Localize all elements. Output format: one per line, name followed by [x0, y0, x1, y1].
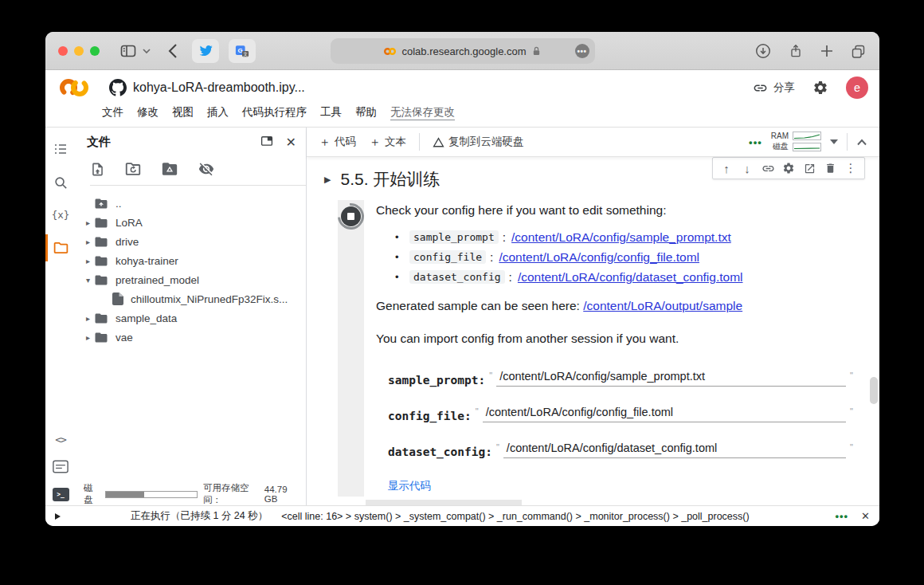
busy-ellipsis-icon[interactable]: ••• — [749, 136, 762, 148]
sidebar-toggle-icon[interactable] — [119, 41, 138, 61]
intro-text: Check your config here if you want to ed… — [376, 203, 857, 218]
cell-settings-gear-icon[interactable] — [778, 159, 799, 177]
page-settings-icon[interactable]: ••• — [575, 44, 589, 58]
hidden-files-icon[interactable] — [198, 161, 215, 180]
code-snippets-icon[interactable]: <> — [45, 429, 76, 450]
close-window-button[interactable] — [58, 46, 68, 56]
colab-header: kohya-LoRA-dreambooth.ipy... 分享 e — [45, 70, 879, 105]
svg-text:G: G — [238, 47, 243, 54]
tree-item-folder[interactable]: ▸ LoRA — [76, 213, 306, 232]
translate-icon: G 文 — [235, 44, 249, 58]
chevron-right-icon[interactable]: ▸ — [82, 314, 94, 323]
sample-output-link[interactable]: /content/LoRA/output/sample — [583, 299, 742, 312]
svg-text:文: 文 — [243, 51, 248, 56]
add-code-button[interactable]: ＋ 代码 — [319, 135, 356, 150]
resource-monitor[interactable]: RAM 磁盘 — [771, 132, 821, 152]
chevron-down-icon[interactable] — [141, 45, 152, 57]
zoom-window-button[interactable] — [90, 46, 100, 56]
tree-item-folder-open[interactable]: ▾ pretrained_model — [76, 270, 306, 289]
settings-gear-icon[interactable] — [812, 80, 828, 96]
menu-insert[interactable]: 插入 — [207, 105, 229, 120]
stop-cell-button[interactable] — [340, 206, 362, 227]
refresh-folder-icon[interactable] — [124, 161, 142, 180]
save-status[interactable]: 无法保存更改 — [390, 105, 455, 120]
browser-window: G 文 colab.research.google.com ••• — [45, 32, 879, 526]
minimize-window-button[interactable] — [74, 46, 84, 56]
expand-panel-icon[interactable] — [260, 135, 273, 150]
table-of-contents-icon[interactable] — [45, 139, 76, 159]
left-rail: {x} <> >_ — [45, 128, 76, 505]
copy-cell-link-icon[interactable] — [758, 159, 778, 177]
tree-item-folder[interactable]: ▸ drive — [76, 232, 306, 251]
upload-file-icon[interactable] — [90, 161, 105, 181]
show-code-link[interactable]: 显示代码 — [376, 479, 857, 493]
collapse-toolbar-icon[interactable] — [856, 139, 867, 146]
terminal-icon[interactable]: >_ — [45, 484, 76, 505]
tree-item-up[interactable]: .. — [76, 194, 306, 213]
more-actions-icon[interactable]: ⋮ — [840, 159, 861, 177]
files-icon[interactable] — [45, 238, 76, 258]
list-item: • sample_prompt : /content/LoRA/config/s… — [395, 227, 857, 247]
menu-view[interactable]: 视图 — [172, 105, 194, 120]
back-icon[interactable] — [165, 41, 182, 61]
list-item: • dataset_config : /content/LoRA/config/… — [395, 267, 857, 287]
mount-drive-icon[interactable] — [161, 161, 178, 180]
expand-output-icon[interactable] — [55, 513, 61, 520]
config-file-input[interactable]: /content/LoRA/config/config_file.toml — [483, 406, 846, 422]
tree-item-folder[interactable]: ▸ vae — [76, 328, 306, 347]
share-page-icon[interactable] — [788, 42, 804, 60]
command-palette-icon[interactable] — [45, 456, 76, 477]
folder-icon — [94, 312, 108, 324]
chevron-right-icon[interactable]: ▸ — [82, 238, 94, 246]
open-in-tab-icon[interactable] — [799, 159, 820, 177]
delete-cell-icon[interactable] — [820, 159, 840, 177]
address-bar[interactable]: colab.research.google.com ••• — [331, 38, 595, 64]
config-path-link[interactable]: /content/LoRA/config/dataset_config.toml — [518, 270, 743, 285]
tree-item-folder[interactable]: ▸ kohya-trainer — [76, 251, 306, 270]
notebook-scroll-area[interactable]: ↑ ↓ ⋮ ▶ — [307, 157, 879, 505]
chevron-right-icon[interactable]: ▸ — [82, 218, 94, 227]
tab-overview-icon[interactable] — [850, 43, 867, 60]
dropdown-arrow-icon[interactable] — [830, 139, 838, 144]
scrollbar-thumb[interactable] — [870, 377, 878, 404]
disk-free-value: 44.79 GB — [264, 485, 298, 504]
executing-status: 正在执行（已持续 1 分 24 秒） — [131, 509, 268, 523]
tree-item-folder[interactable]: ▸ sample_data — [76, 308, 306, 328]
share-button[interactable]: 分享 — [753, 80, 795, 96]
close-panel-icon[interactable]: ✕ — [286, 135, 296, 150]
menu-file[interactable]: 文件 — [102, 105, 123, 120]
section-collapse-icon[interactable]: ▶ — [324, 175, 331, 185]
open-quote: " — [476, 406, 479, 416]
move-cell-up-icon[interactable]: ↑ — [716, 159, 737, 177]
chevron-right-icon[interactable]: ▸ — [82, 257, 94, 265]
config-path-link[interactable]: /content/LoRA/config/config_file.toml — [499, 250, 699, 265]
config-path-link[interactable]: /content/LoRA/config/sample_prompt.txt — [511, 230, 731, 245]
downloads-icon[interactable] — [754, 42, 772, 60]
notebook-toolbar: ＋ 代码 ＋ 文本 复制到云端硬盘 ••• RAM 磁盘 — [307, 128, 879, 157]
menu-edit[interactable]: 修改 — [137, 105, 159, 120]
translate-tab-button[interactable]: G 文 — [229, 39, 256, 63]
disk-usage: 磁盘 可用存储空间： 44.79 GB — [76, 483, 306, 505]
new-tab-icon[interactable] — [820, 44, 834, 58]
copy-to-drive-button[interactable]: 复制到云端硬盘 — [433, 135, 524, 149]
dismiss-status-icon[interactable]: ✕ — [861, 510, 870, 522]
move-cell-down-icon[interactable]: ↓ — [737, 159, 758, 177]
menu-help[interactable]: 帮助 — [355, 105, 377, 120]
stop-icon — [347, 213, 354, 220]
variables-icon[interactable]: {x} — [45, 204, 76, 225]
menu-tools[interactable]: 工具 — [320, 105, 342, 120]
menu-runtime[interactable]: 代码执行程序 — [242, 105, 307, 120]
search-icon[interactable] — [45, 172, 76, 193]
notebook-title[interactable]: kohya-LoRA-dreambooth.ipy... — [133, 80, 305, 95]
colab-favicon — [383, 47, 397, 56]
tree-item-file[interactable]: chilloutmix_NiPrunedFp32Fix.s... — [76, 289, 306, 308]
chevron-right-icon[interactable]: ▸ — [82, 333, 94, 342]
twitter-tab-button[interactable] — [192, 39, 219, 63]
sample-prompt-input[interactable]: /content/LoRA/config/sample_prompt.txt — [496, 370, 846, 387]
chevron-down-icon[interactable]: ▾ — [82, 276, 94, 285]
status-ellipsis-icon[interactable]: ••• — [835, 510, 848, 522]
dataset-config-input[interactable]: /content/LoRA/config/dataset_config.toml — [503, 442, 846, 458]
add-text-button[interactable]: ＋ 文本 — [369, 135, 406, 150]
avatar[interactable]: e — [846, 77, 868, 99]
disk-usage-bar — [105, 491, 198, 498]
